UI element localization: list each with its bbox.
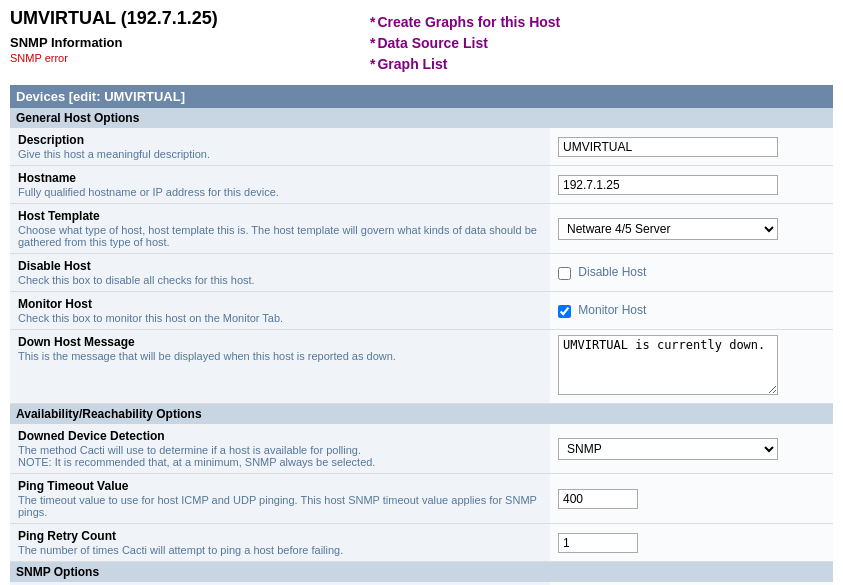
ping-timeout-label: Ping Timeout Value <box>18 479 542 493</box>
monitor-host-label: Monitor Host <box>18 297 542 311</box>
monitor-host-checkbox[interactable] <box>558 305 571 318</box>
host-template-label: Host Template <box>18 209 542 223</box>
downed-device-label: Downed Device Detection <box>18 429 542 443</box>
table-row: Monitor Host Check this box to monitor t… <box>10 292 833 330</box>
table-row: Down Host Message This is the message th… <box>10 330 833 404</box>
description-desc: Give this host a meaningful description. <box>18 148 542 160</box>
availability-section-header: Availability/Reachability Options <box>10 404 833 425</box>
description-input[interactable] <box>558 137 778 157</box>
ping-timeout-input[interactable] <box>558 489 638 509</box>
ping-retry-label: Ping Retry Count <box>18 529 542 543</box>
ping-retry-desc: The number of times Cacti will attempt t… <box>18 544 542 556</box>
table-row: Disable Host Check this box to disable a… <box>10 254 833 292</box>
monitor-host-desc: Check this box to monitor this host on t… <box>18 312 542 324</box>
ping-retry-input[interactable] <box>558 533 638 553</box>
down-host-message-desc: This is the message that will be display… <box>18 350 542 362</box>
table-row: Hostname Fully qualified hostname or IP … <box>10 166 833 204</box>
downed-device-desc: The method Cacti will use to determine i… <box>18 444 542 468</box>
graph-list-link[interactable]: Graph List <box>370 54 810 75</box>
monitor-host-checkbox-label: Monitor Host <box>578 303 646 317</box>
data-source-list-link[interactable]: Data Source List <box>370 33 810 54</box>
disable-host-desc: Check this box to disable all checks for… <box>18 274 542 286</box>
table-row: Ping Timeout Value The timeout value to … <box>10 474 833 524</box>
host-template-desc: Choose what type of host, host template … <box>18 224 542 248</box>
disable-host-checkbox[interactable] <box>558 267 571 280</box>
disable-host-checkbox-label: Disable Host <box>578 265 646 279</box>
table-row: Downed Device Detection The method Cacti… <box>10 424 833 474</box>
create-graphs-link[interactable]: Create Graphs for this Host <box>370 12 810 33</box>
snmp-info-label: SNMP Information <box>10 35 350 50</box>
table-row: Ping Retry Count The number of times Cac… <box>10 524 833 562</box>
hostname-input[interactable] <box>558 175 778 195</box>
hostname-label: Hostname <box>18 171 542 185</box>
downed-device-select[interactable]: SNMP <box>558 438 778 460</box>
description-label: Description <box>18 133 542 147</box>
snmp-error-label: SNMP error <box>10 52 350 64</box>
down-host-message-label: Down Host Message <box>18 335 542 349</box>
host-template-select[interactable]: Netware 4/5 Server <box>558 218 778 240</box>
disable-host-label: Disable Host <box>18 259 542 273</box>
devices-section-header: Devices [edit: UMVIRTUAL] <box>10 85 833 108</box>
general-options-header: General Host Options <box>10 108 833 128</box>
hostname-desc: Fully qualified hostname or IP address f… <box>18 186 542 198</box>
table-row: Host Template Choose what type of host, … <box>10 204 833 254</box>
table-row: Description Give this host a meaningful … <box>10 128 833 166</box>
page-title: UMVIRTUAL (192.7.1.25) <box>10 8 350 29</box>
snmp-options-header: SNMP Options <box>10 562 833 583</box>
action-links: Create Graphs for this Host Data Source … <box>370 12 810 75</box>
devices-table: Devices [edit: UMVIRTUAL] General Host O… <box>10 85 833 585</box>
down-host-message-textarea[interactable]: UMVIRTUAL is currently down. <box>558 335 778 395</box>
ping-timeout-desc: The timeout value to use for host ICMP a… <box>18 494 542 518</box>
